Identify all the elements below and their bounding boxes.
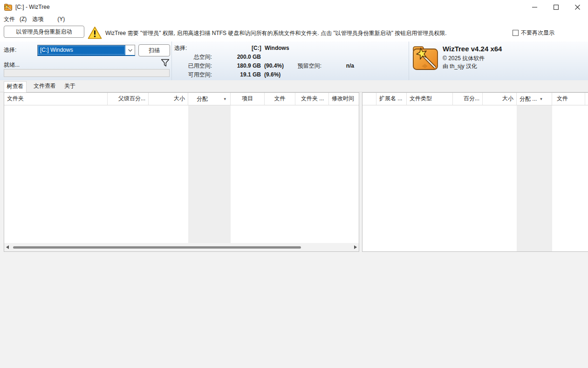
minimize-icon [532, 5, 537, 10]
allocated-column-shading [188, 105, 231, 243]
restart-as-admin-button[interactable]: 以管理员身份重新启动 [4, 26, 84, 38]
warning-icon [88, 26, 102, 40]
column-header-file-type[interactable]: 文件类型 [407, 93, 453, 105]
horizontal-scrollbar[interactable] [4, 243, 359, 251]
admin-warning-message: WizTree 需要 "管理员" 权限, 启用高速扫描 NTFS 硬盘和访问所有… [105, 29, 447, 37]
dismiss-checkbox-label: 不要再次显示 [521, 29, 554, 37]
tab-file-view[interactable]: 文件查看 [29, 80, 61, 91]
minimize-button[interactable] [524, 0, 545, 14]
free-space-percent: (9.6%) [264, 71, 280, 79]
drive-combobox[interactable]: [C:] Windows [37, 45, 135, 56]
column-header-folder[interactable]: 文件夹 [4, 93, 108, 105]
wiztree-app-icon [4, 4, 12, 11]
column-header-percent[interactable]: 百分... [453, 93, 483, 105]
view-tabs: 树查看 文件查看 关于 [0, 80, 588, 92]
chevron-down-icon[interactable] [125, 45, 135, 55]
panel-divider [409, 42, 409, 80]
drive-combobox-value[interactable]: [C:] Windows [38, 45, 125, 55]
column-header-allocated[interactable]: 分配 ▾ [188, 93, 231, 105]
wiztree-logo-icon [412, 45, 439, 71]
column-header-size[interactable]: 大小 [483, 93, 517, 105]
extension-table: 扩展名 ... 文件类型 百分... 大小 分配 ... ▾ 文件 [362, 92, 588, 252]
column-header-blank[interactable] [362, 93, 376, 105]
tab-about[interactable]: 关于 [61, 80, 79, 91]
allocated-column-shading [517, 105, 552, 251]
used-space-value: 180.9 GB [212, 62, 261, 70]
app-version-title: WizTree v4.24 x64 [443, 45, 502, 53]
wiztree-window: [C:] - WizTree 文件 (Z) 选项 (Y) 以管理员身份重新启动 … [0, 0, 588, 368]
app-localization-credit: 由 th_sjy 汉化 [443, 62, 477, 70]
scan-button[interactable]: 扫描 [138, 44, 170, 56]
info-selected-volume: Windows [265, 44, 289, 52]
menu-file-mnemonic[interactable]: (Z) [20, 16, 27, 22]
sort-descending-icon: ▾ [224, 93, 226, 105]
reserved-space-value: n/a [321, 62, 354, 70]
scroll-right-arrow-icon[interactable] [352, 243, 359, 251]
close-button[interactable] [567, 0, 588, 14]
extension-table-header: 扩展名 ... 文件类型 百分... 大小 分配 ... ▾ 文件 [362, 93, 588, 105]
admin-warning-bar: 以管理员身份重新启动 WizTree 需要 "管理员" 权限, 启用高速扫描 N… [0, 24, 588, 42]
menu-file[interactable]: 文件 [4, 15, 15, 23]
total-space-value: 200.0 GB [212, 53, 261, 61]
column-header-filler [585, 93, 588, 105]
reserved-space-label: 预留空间: [280, 62, 321, 70]
title-bar: [C:] - WizTree [0, 0, 588, 14]
menu-options-mnemonic[interactable]: (Y) [57, 16, 65, 22]
total-space-label: 总空间: [172, 53, 212, 61]
info-select-label: 选择: [174, 44, 187, 52]
app-copyright: © 2025 抗体软件 [443, 55, 485, 62]
scroll-left-arrow-icon[interactable] [4, 243, 11, 251]
scrollbar-thumb[interactable] [13, 246, 301, 249]
column-header-allocated[interactable]: 分配 ... ▾ [517, 93, 552, 105]
used-space-label: 已用空间: [172, 62, 212, 70]
column-header-parent-percent[interactable]: 父级百分... [108, 93, 149, 105]
free-space-label: 可用空间: [172, 71, 212, 79]
column-header-folders[interactable]: 文件夹 ... [295, 93, 329, 105]
tab-tree-view[interactable]: 树查看 [4, 81, 27, 92]
free-space-value: 19.1 GB [212, 71, 261, 79]
panel-divider [171, 42, 172, 80]
scan-progress-bar [4, 69, 170, 77]
scan-status-text: 就绪... [4, 61, 20, 69]
column-header-extension[interactable]: 扩展名 ... [376, 93, 407, 105]
column-header-modified[interactable]: 修改时间 [329, 93, 359, 105]
dismiss-warning-control[interactable]: 不要再次显示 [513, 29, 554, 37]
drive-select-label: 选择: [4, 46, 16, 54]
folder-table-header: 文件夹 父级百分... 大小 分配 ▾ 项目 文件 文件夹 ... 修改时间 [4, 93, 359, 105]
close-icon [575, 5, 580, 10]
column-header-items[interactable]: 项目 [231, 93, 265, 105]
folder-tree-table: 文件夹 父级百分... 大小 分配 ▾ 项目 文件 文件夹 ... 修改时间 [4, 92, 359, 252]
menu-options[interactable]: 选项 [32, 15, 43, 23]
dismiss-checkbox[interactable] [513, 30, 519, 36]
menu-bar: 文件 (Z) 选项 (Y) [0, 14, 588, 24]
drive-info-panel: 选择: [C:] Windows 扫描 就绪... 选择: [C:] Windo… [0, 42, 588, 81]
window-title: [C:] - WizTree [15, 4, 50, 10]
maximize-button[interactable] [545, 0, 567, 14]
window-controls [524, 0, 588, 14]
column-header-size[interactable]: 大小 [149, 93, 188, 105]
column-header-files[interactable]: 文件 [552, 93, 585, 105]
filter-icon[interactable] [161, 59, 170, 67]
maximize-icon [554, 5, 559, 10]
sort-descending-icon: ▾ [540, 93, 542, 105]
info-selected-drive: [C:] [252, 44, 261, 52]
column-header-files[interactable]: 文件 [265, 93, 295, 105]
